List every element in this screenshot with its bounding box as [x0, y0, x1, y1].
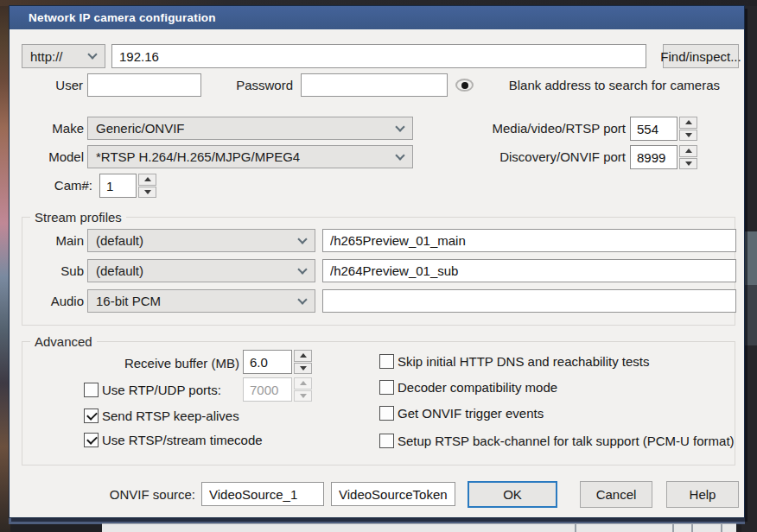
ok-button[interactable]: OK — [468, 481, 557, 508]
arrow-up-icon — [144, 177, 151, 181]
camera-address-input[interactable] — [111, 44, 646, 68]
main-profile-dropdown[interactable]: (default) — [87, 229, 315, 252]
taskbar-divider — [672, 524, 674, 532]
rtp-udp-port-spinner: 7000 — [243, 377, 312, 402]
media-port-value[interactable]: 554 — [630, 117, 677, 141]
decoder-compatibility-label: Decoder compatibility mode — [398, 376, 557, 399]
use-rtp-udp-label: Use RTP/UDP ports: — [102, 378, 221, 402]
main-stream-path-input[interactable] — [322, 229, 736, 252]
password-reveal-eye-icon[interactable] — [455, 79, 474, 92]
cam-number-value[interactable]: 1 — [99, 174, 137, 198]
audio-profile-dropdown[interactable]: 16-bit PCM — [87, 289, 315, 313]
taskbar-divider — [691, 524, 693, 532]
onvif-trigger-events-label: Get ONVIF trigger events — [398, 402, 544, 425]
model-dropdown-value: *RTSP H.264/H.265/MJPG/MPEG4 — [96, 149, 300, 164]
spin-up-button — [294, 377, 312, 390]
audio-stream-label: Audio — [27, 289, 84, 313]
arrow-up-icon — [685, 120, 692, 124]
skip-http-dns-checkbox[interactable] — [379, 354, 394, 369]
audio-profile-value: 16-bit PCM — [96, 294, 161, 308]
sub-stream-label: Sub — [27, 259, 84, 282]
discovery-port-value[interactable]: 8999 — [630, 145, 677, 169]
spin-up-button[interactable] — [679, 145, 697, 157]
spin-down-button[interactable] — [679, 158, 697, 170]
background-taskbar — [102, 523, 736, 532]
main-stream-label: Main — [27, 229, 84, 252]
send-rtsp-keepalives-checkbox[interactable] — [84, 408, 99, 423]
help-button[interactable]: Help — [666, 481, 739, 508]
cam-number-label: Cam#: — [27, 174, 92, 197]
protocol-dropdown[interactable]: http:// — [22, 44, 105, 68]
chevron-down-icon — [297, 264, 307, 274]
arrow-down-icon — [685, 133, 692, 137]
taskbar-divider — [575, 524, 576, 532]
spin-up-button[interactable] — [294, 350, 312, 362]
spin-down-button — [294, 390, 312, 402]
arrow-up-icon — [300, 381, 307, 385]
receive-buffer-spinner: 6.0 — [243, 350, 312, 374]
find-inspect-button[interactable]: Find/inspect... — [663, 44, 739, 68]
make-dropdown-value: Generic/ONVIF — [96, 121, 185, 136]
use-rtsp-timecode-label: Use RTSP/stream timecode — [102, 428, 263, 452]
blank-address-hint: Blank address to search for cameras — [485, 73, 720, 97]
password-input[interactable] — [301, 73, 448, 97]
user-label: User — [27, 73, 83, 97]
model-dropdown[interactable]: *RTSP H.264/H.265/MJPG/MPEG4 — [87, 145, 413, 168]
onvif-trigger-events-checkbox[interactable] — [379, 406, 394, 421]
chevron-down-icon — [297, 234, 307, 244]
chevron-down-icon — [395, 150, 404, 160]
chevron-down-icon — [297, 294, 307, 304]
main-profile-value: (default) — [96, 233, 143, 248]
arrow-down-icon — [685, 162, 692, 166]
make-label: Make — [27, 117, 84, 140]
password-label: Password — [230, 73, 293, 97]
rtsp-backchannel-label: Setup RTSP back-channel for talk support… — [398, 429, 735, 453]
audio-stream-path-input[interactable] — [322, 289, 736, 313]
receive-buffer-value[interactable]: 6.0 — [243, 350, 292, 374]
network-ip-camera-configuration-dialog: Network IP camera configuration http:// … — [9, 5, 745, 518]
arrow-up-icon — [685, 149, 692, 153]
rtp-udp-port-value: 7000 — [243, 377, 292, 402]
sub-stream-path-input[interactable] — [322, 259, 736, 282]
stream-profiles-group-title: Stream profiles — [30, 210, 126, 225]
sub-profile-value: (default) — [96, 263, 143, 278]
cancel-button[interactable]: Cancel — [580, 481, 652, 508]
onvif-source-name-input[interactable] — [201, 482, 324, 506]
spin-up-button[interactable] — [138, 174, 156, 186]
taskbar-divider — [721, 524, 722, 532]
onvif-source-label: ONVIF source: — [27, 483, 195, 506]
background-photo-patch — [743, 285, 757, 345]
discovery-port-spinner: 8999 — [630, 145, 697, 169]
make-dropdown[interactable]: Generic/ONVIF — [87, 117, 413, 140]
spin-down-button[interactable] — [294, 363, 312, 375]
sub-profile-dropdown[interactable]: (default) — [87, 259, 315, 282]
arrow-down-icon — [300, 366, 307, 370]
dialog-title: Network IP camera configuration — [29, 11, 216, 24]
media-port-label: Media/video/RTSP port — [476, 117, 626, 140]
receive-buffer-label: Receive buffer (MB) — [27, 352, 239, 375]
cam-number-spinner: 1 — [99, 174, 156, 198]
user-input[interactable] — [87, 73, 201, 97]
rtsp-backchannel-checkbox[interactable] — [379, 434, 394, 448]
arrow-down-icon — [300, 394, 307, 398]
discovery-port-label: Discovery/ONVIF port — [476, 145, 626, 168]
use-rtp-udp-checkbox[interactable] — [84, 383, 99, 397]
use-rtsp-timecode-checkbox[interactable] — [84, 433, 99, 447]
protocol-dropdown-value: http:// — [30, 49, 63, 64]
spin-down-button[interactable] — [679, 130, 697, 142]
background-photo-patch — [743, 231, 757, 285]
arrow-down-icon — [144, 190, 151, 194]
spin-down-button[interactable] — [138, 187, 156, 199]
decoder-compatibility-checkbox[interactable] — [379, 380, 394, 395]
send-rtsp-keepalives-label: Send RTSP keep-alives — [102, 404, 239, 428]
model-label: Model — [27, 145, 84, 168]
media-port-spinner: 554 — [630, 117, 697, 141]
onvif-source-token-input[interactable] — [331, 482, 455, 506]
spin-up-button[interactable] — [679, 117, 697, 129]
advanced-group-title: Advanced — [30, 334, 97, 349]
skip-http-dns-label: Skip initial HTTP DNS and reachability t… — [398, 350, 650, 373]
arrow-up-icon — [300, 353, 307, 358]
chevron-down-icon — [87, 49, 97, 59]
dialog-titlebar[interactable]: Network IP camera configuration — [10, 6, 744, 29]
chevron-down-icon — [395, 122, 404, 131]
